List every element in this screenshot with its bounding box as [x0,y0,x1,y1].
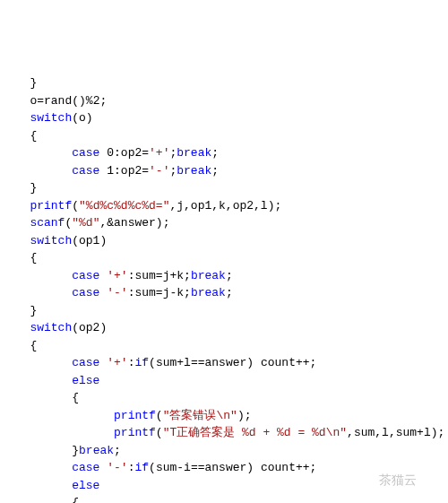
code-line: { [9,337,439,355]
code-token: ; [226,269,233,282]
code-line: } [9,74,439,92]
code-token: ; [226,286,233,299]
code-token: case [72,356,99,369]
code-token: ,j,op1,k,op2,l); [169,199,281,212]
code-token: scanf [30,216,65,230]
code-token: ; [114,444,121,457]
code-token: break [191,286,226,299]
code-token: switch [30,321,72,334]
code-token: switch [30,111,72,125]
code-token: (op2) [72,321,107,334]
code-line: printf("T正确答案是 %d + %d = %d\n",sum,l,sum… [9,424,439,442]
code-token: case [72,286,99,299]
code-token: sum-i==answer [156,461,246,474]
code-line: else [9,372,439,390]
code-token: { [30,339,37,352]
code-token: printf [30,199,72,212]
code-token: () [72,94,86,108]
code-token: '+' [107,269,127,282]
code-token: 1:op2= [99,164,149,178]
code-line: case 1:op2='-';break; [9,162,439,180]
code-token: } [30,181,37,195]
code-token: 0:op2= [99,146,149,160]
code-line: { [9,127,439,145]
code-token: ( [72,199,79,212]
code-line: case '+':if(sum+l==answer) count++; [9,354,439,372]
code-token: if [134,356,149,369]
code-token: sum+l==answer [156,356,246,369]
code-token: '+' [149,146,169,160]
code-token: ( [156,426,163,439]
code-token: } [30,304,37,317]
code-line: case '-':if(sum-i==answer) count++; [9,459,439,477]
code-token: } [30,76,37,90]
code-token: ,sum,l,sum+l); [347,426,444,439]
code-token: "%d" [72,216,99,230]
code-token: (op1) [72,234,107,247]
code-line: } [9,179,439,197]
code-line: case 0:op2='+';break; [9,144,439,162]
code-line: o=rand()%2; [9,92,439,110]
code-token: ( [149,356,156,369]
code-token: else [72,374,99,387]
code-token: (o) [72,111,92,125]
code-token: ) [237,409,245,422]
code-token: '-' [107,286,127,299]
code-token: rand [44,94,72,108]
code-token: %2; [86,94,107,108]
code-token: ; [211,164,219,178]
code-token: ; [245,409,252,422]
code-line: scanf("%d",&answer); [9,214,439,232]
code-token: { [72,496,79,503]
code-line: switch(o) [9,109,439,127]
code-token: ( [156,409,163,422]
code-token: break [79,444,114,457]
code-token: case [72,164,99,178]
code-line: { [9,494,439,503]
code-token: ; [211,146,219,160]
code-line: switch(op2) [9,319,439,337]
code-token: { [72,391,79,404]
code-line: else [9,477,439,495]
watermark-text: 茶猫云 [379,471,417,490]
code-line: case '-':sum=j-k;break; [9,284,439,302]
code-token: '+' [107,356,127,369]
code-token: ( [149,461,156,474]
code-token: { [30,251,37,265]
code-token: count++; [254,356,316,369]
code-token: '-' [107,461,127,474]
code-token: break [177,164,211,178]
code-token: :sum=j-k; [128,286,191,299]
code-token: ,&answer); [99,216,169,230]
code-token: switch [30,234,72,247]
code-token: { [30,129,37,143]
code-line: case '+':sum=j+k;break; [9,267,439,285]
code-token: '-' [149,164,169,178]
code-block: } o=rand()%2; switch(o) { case 0:op2='+'… [9,74,439,503]
code-token: "%d%c%d%c%d=" [79,199,169,212]
code-line: printf("答案错误\n"); [9,407,439,425]
code-token: printf [114,409,156,422]
code-line: printf("%d%c%d%c%d=",j,op1,k,op2,l); [9,197,439,215]
code-line: { [9,389,439,407]
code-token: ) [246,356,254,369]
code-token: o= [30,94,44,108]
code-line: } [9,302,439,320]
code-token: ) [246,461,254,474]
code-token: case [72,269,99,282]
code-token: case [72,461,99,474]
code-token: :sum=j+k; [128,269,191,282]
code-token: break [177,146,211,160]
code-token: break [191,269,226,282]
code-token: case [72,146,99,160]
code-token: count++; [254,461,316,474]
code-token: "T正确答案是 %d + %d = %d\n" [163,426,347,439]
code-line: { [9,249,439,267]
code-token: printf [114,426,156,439]
code-token: else [72,479,99,492]
code-token: "答案错误\n" [163,409,237,422]
code-token: } [72,444,79,457]
code-line: }break; [9,442,439,460]
code-token: if [134,461,149,474]
code-line: switch(op1) [9,232,439,250]
